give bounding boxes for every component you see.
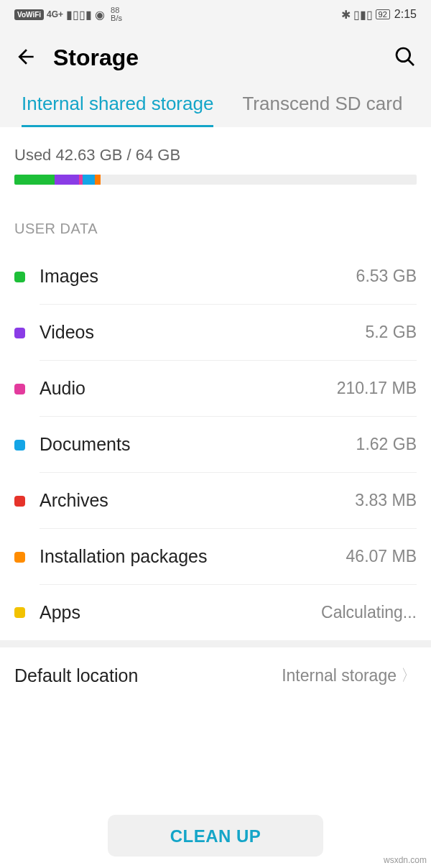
item-value: 46.07 MB [346, 547, 417, 566]
back-button[interactable] [14, 45, 37, 71]
vibrate-icon: ▯▮▯ [353, 8, 373, 22]
item-label: Audio [40, 378, 85, 399]
category-dot [14, 496, 25, 507]
item-label: Apps [40, 602, 80, 623]
speed-indicator: 88 B/s [111, 6, 122, 22]
default-location-value: Internal storage [282, 666, 397, 685]
list-item[interactable]: Installation packages46.07 MB [14, 529, 417, 585]
usage-segment [83, 175, 95, 185]
category-dot [14, 272, 25, 282]
item-label: Documents [40, 434, 130, 455]
bluetooth-icon: ✱ [341, 8, 351, 22]
item-label: Videos [40, 322, 94, 343]
usage-segment [55, 175, 79, 185]
section-header: USER DATA [0, 198, 431, 249]
status-left: VoWiFi 4G+ ▮▯▯▮ ◉ 88 B/s [14, 6, 122, 22]
divider [0, 640, 431, 647]
item-value: Calculating... [321, 603, 417, 622]
cleanup-button[interactable]: CLEAN UP [108, 815, 323, 857]
category-dot [14, 384, 25, 394]
list-item[interactable]: Videos5.2 GB [14, 305, 417, 361]
item-label: Images [40, 266, 98, 287]
signal-icon: ▮▯▯▮ [66, 8, 92, 22]
chevron-right-icon: 〉 [401, 665, 417, 686]
item-value: 210.17 MB [337, 379, 417, 398]
item-value: 3.83 MB [355, 491, 417, 510]
battery-indicator: 92 [376, 9, 390, 19]
search-button[interactable] [394, 45, 417, 71]
usage-section: Used 42.63 GB / 64 GB [0, 127, 431, 198]
category-dot [14, 552, 25, 563]
category-dot [14, 440, 25, 451]
tab-internal-storage[interactable]: Internal shared storage [22, 93, 213, 127]
item-value: 6.53 GB [356, 267, 417, 286]
item-label: Archives [40, 490, 108, 511]
category-dot [14, 328, 25, 338]
tabs: Internal shared storage Transcend SD car… [0, 71, 431, 127]
list-item[interactable]: Audio210.17 MB [14, 361, 417, 417]
tab-sd-card[interactable]: Transcend SD card [242, 93, 402, 127]
arrow-left-icon [14, 45, 37, 68]
clock: 2:15 [394, 8, 417, 21]
item-label: Installation packages [40, 546, 207, 567]
usage-segment [14, 175, 55, 185]
status-right: ✱ ▯▮▯ 92 2:15 [341, 8, 417, 22]
default-location-label: Default location [14, 665, 138, 686]
svg-point-0 [397, 48, 410, 62]
list-item[interactable]: Images6.53 GB [14, 249, 417, 305]
list-item[interactable]: Documents1.62 GB [14, 417, 417, 473]
list-item[interactable]: Archives3.83 MB [14, 473, 417, 529]
list-item[interactable]: AppsCalculating... [14, 585, 417, 640]
wifi-icon: ◉ [95, 8, 105, 22]
item-value: 5.2 GB [365, 323, 417, 342]
network-indicator: 4G+ [47, 9, 63, 19]
app-header: Storage [0, 29, 431, 71]
svg-line-1 [408, 60, 414, 65]
item-value: 1.62 GB [356, 435, 417, 454]
default-location-row[interactable]: Default location Internal storage 〉 [0, 647, 431, 703]
usage-bar [14, 175, 417, 185]
watermark: wsxdn.com [384, 855, 427, 865]
cleanup-area: CLEAN UP [0, 815, 431, 857]
status-bar: VoWiFi 4G+ ▮▯▯▮ ◉ 88 B/s ✱ ▯▮▯ 92 2:15 [0, 0, 431, 29]
usage-text: Used 42.63 GB / 64 GB [14, 146, 417, 165]
usage-segment [95, 175, 101, 185]
page-title: Storage [53, 45, 139, 71]
user-data-list: Images6.53 GBVideos5.2 GBAudio210.17 MBD… [0, 249, 431, 640]
category-dot [14, 607, 25, 618]
search-icon [394, 45, 417, 68]
vowifi-badge: VoWiFi [14, 9, 44, 20]
